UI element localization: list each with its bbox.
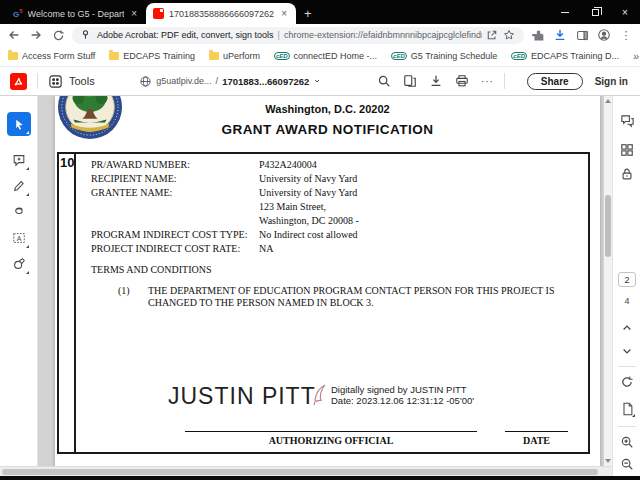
stamp-icon: [12, 257, 26, 271]
extensions-puzzle-icon[interactable]: [530, 27, 546, 43]
comments-panel-button[interactable]: [619, 112, 635, 128]
comment-tool-button[interactable]: [7, 148, 31, 172]
page-view-button[interactable]: [619, 401, 635, 417]
field-row: RECIPIENT NAME: University of Navy Yard: [91, 172, 584, 186]
tools-button[interactable]: Tools: [48, 74, 95, 89]
bookmark-label: uPerform: [223, 51, 260, 61]
signature-date-line: Date: 2023.12.06 12:31:12 -05'00': [331, 395, 474, 406]
date-label: DATE: [505, 435, 568, 446]
restore-button[interactable]: [580, 0, 610, 24]
zoom-in-button[interactable]: [619, 434, 635, 450]
bookmark-g5-training-schedule[interactable]: cED G5 Training Schedule: [391, 51, 497, 61]
minimize-button[interactable]: [550, 0, 580, 24]
document-canvas[interactable]: Washington, D.C. 20202 GRANT AWARD NOTIF…: [39, 96, 603, 466]
bookmark-star-icon[interactable]: [503, 29, 516, 42]
authorizing-signature-line: [185, 431, 477, 432]
forward-icon[interactable]: [28, 27, 44, 43]
pencil-tool-button[interactable]: [7, 174, 31, 198]
folder-icon: [109, 52, 119, 60]
stamp-tool-button[interactable]: [7, 252, 31, 276]
field-value: University of Navy Yard: [259, 172, 357, 186]
chevron-down-icon: [621, 345, 633, 357]
signature-name: JUSTIN PITT: [168, 383, 316, 410]
address-bar[interactable]: Adobe Acrobat: PDF edit, convert, sign t…: [72, 27, 524, 44]
scroll-up-arrow[interactable]: [605, 99, 611, 103]
document-breadcrumb[interactable]: g5uatlpiv.de... / 1701883...66097262: [139, 75, 321, 88]
horizontal-scroll-thumb[interactable]: [2, 469, 598, 475]
chrome-menu-icon[interactable]: ⋮: [618, 27, 634, 43]
field-label: [91, 200, 259, 214]
field-row: PROGRAM INDIRECT COST TYPE: No Indirect …: [91, 228, 584, 242]
sign-in-button[interactable]: Sign in: [595, 76, 628, 87]
pdf-page: Washington, D.C. 20202 GRANT AWARD NOTIF…: [55, 96, 600, 466]
acrobat-logo-icon[interactable]: [10, 73, 27, 90]
chevron-up-icon: [621, 322, 633, 334]
download-icon[interactable]: [552, 27, 568, 43]
form-box: 10 PR/AWARD NUMBER: P432A240004 RECIPIEN…: [57, 152, 590, 454]
tab-title: 170188358886666097262.pdf (: [169, 9, 274, 19]
horizontal-scrollbar[interactable]: [0, 466, 612, 476]
share-icon[interactable]: [486, 29, 499, 42]
vertical-scroll-thumb[interactable]: [605, 195, 611, 257]
print-icon[interactable]: [455, 74, 470, 89]
field-label: PROJECT INDIRECT COST RATE:: [91, 242, 259, 256]
bookmark-connected-home[interactable]: cED connectED Home -...: [274, 51, 377, 61]
tab-welcome-g5[interactable]: G5 Welcome to G5 - Department of ×: [6, 3, 146, 24]
document-title: GRANT AWARD NOTIFICATION: [55, 122, 600, 137]
select-tool-button[interactable]: [7, 112, 31, 136]
url-separator: |: [278, 30, 280, 40]
divider: [37, 73, 38, 89]
bookmark-edcaps-training-d[interactable]: cED EDCAPS Training D...: [511, 51, 619, 61]
protection-button[interactable]: [619, 166, 635, 182]
next-page-button[interactable]: [619, 343, 635, 359]
page-thumbnails-icon[interactable]: [403, 74, 418, 89]
close-button[interactable]: ×: [610, 0, 640, 24]
window-controls: ×: [550, 0, 640, 24]
text-box-icon: A: [12, 231, 26, 245]
search-icon[interactable]: [377, 74, 392, 89]
previous-page-button[interactable]: [619, 320, 635, 336]
divider: [504, 73, 505, 89]
pdf-favicon: [153, 8, 164, 19]
new-tab-button[interactable]: +: [304, 6, 312, 21]
divider: [618, 426, 636, 427]
browser-toolbar: Adobe Acrobat: PDF edit, convert, sign t…: [0, 24, 640, 46]
field-row: PROJECT INDIRECT COST RATE: NA: [91, 242, 584, 256]
submenu-corner: [26, 167, 29, 170]
add-text-tool-button[interactable]: A: [7, 226, 31, 250]
left-tool-rail: A: [0, 96, 38, 466]
vertical-scrollbar[interactable]: [604, 96, 612, 466]
scroll-down-arrow[interactable]: [605, 459, 611, 463]
current-page-indicator[interactable]: 2: [618, 272, 636, 287]
acrobat-toolbar: Tools g5uatlpiv.de... / 1701883...660972…: [0, 67, 640, 96]
bookmarks-overflow-icon[interactable]: »: [633, 50, 639, 62]
bookmark-access-form-stuff[interactable]: Access Form Stuff: [8, 51, 95, 61]
path-separator: /: [216, 76, 219, 86]
tab-close-icon[interactable]: ×: [279, 9, 289, 19]
zoom-out-button[interactable]: [619, 456, 635, 472]
tools-label: Tools: [69, 75, 95, 87]
more-options-icon[interactable]: ···: [481, 76, 494, 87]
tab-close-icon[interactable]: ×: [129, 9, 139, 19]
extension-pin-icon: [80, 29, 93, 42]
tab-title: Welcome to G5 - Department of: [28, 9, 125, 19]
lasso-tool-button[interactable]: [7, 200, 31, 224]
download-file-icon[interactable]: [429, 74, 444, 89]
folder-icon: [8, 52, 18, 60]
apps-grid-button[interactable]: [619, 142, 635, 158]
share-button[interactable]: Share: [527, 73, 583, 90]
globe-icon: [139, 75, 152, 88]
bookmark-uperform[interactable]: uPerform: [209, 51, 260, 61]
date-signature-line: [505, 431, 568, 432]
tab-pdf[interactable]: 170188358886666097262.pdf ( ×: [146, 3, 296, 24]
zoom-in-icon: [620, 435, 634, 449]
bookmark-edcaps-training[interactable]: EDCAPS Training: [109, 51, 195, 61]
profile-avatar[interactable]: [596, 27, 612, 43]
grid-icon: [620, 143, 634, 157]
side-panel-icon[interactable]: [574, 27, 590, 43]
field-row: 123 Main Street,: [91, 200, 584, 214]
divider: [618, 366, 636, 367]
rotate-page-button[interactable]: [619, 374, 635, 390]
back-icon[interactable]: [6, 27, 22, 43]
reload-icon[interactable]: [50, 27, 66, 43]
